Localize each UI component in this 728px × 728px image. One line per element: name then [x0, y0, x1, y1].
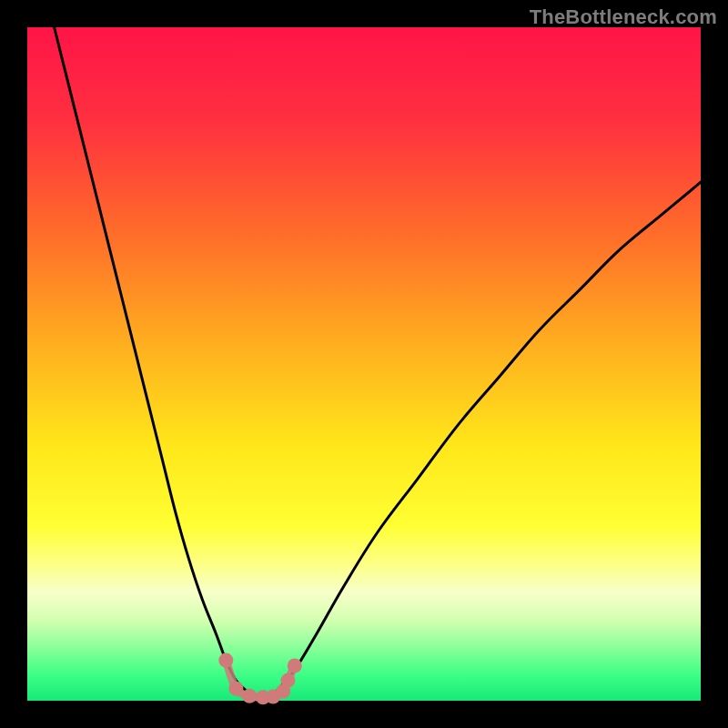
chart-svg [27, 27, 701, 701]
valley-marker [242, 689, 257, 703]
valley-marker [280, 673, 295, 688]
right-curve [263, 182, 701, 697]
valley-marker [228, 682, 243, 696]
valley-marker [218, 653, 233, 668]
valley-marker [288, 659, 302, 673]
chart-frame: TheBottleneck.com [0, 0, 728, 728]
left-curve [55, 27, 263, 697]
plot-area [27, 27, 701, 701]
watermark-text: TheBottleneck.com [530, 5, 717, 29]
valley-marker-group [218, 653, 301, 705]
